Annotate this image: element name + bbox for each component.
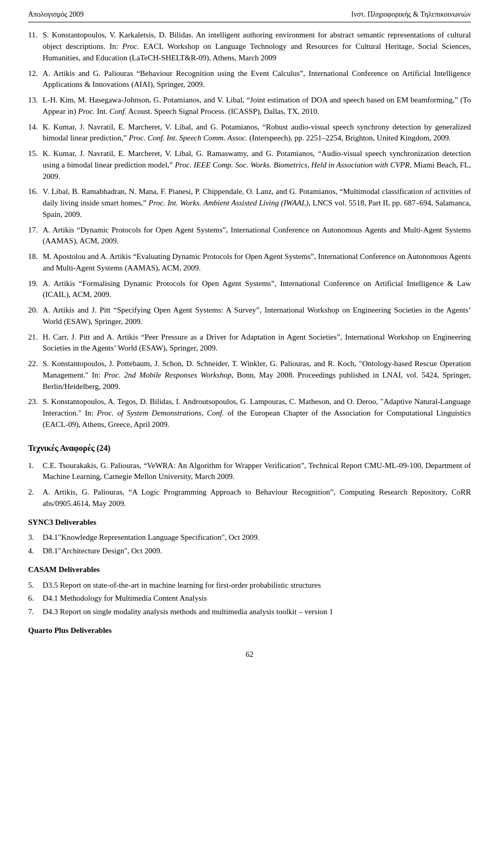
list-item: 17.A. Artikis “Dynamic Protocols for Ope…	[28, 225, 471, 248]
ref-num: 23.	[28, 396, 43, 430]
ref-num: 14.	[28, 122, 43, 145]
list-item: 4.D8.1"Architecture Design", Oct 2009.	[28, 546, 471, 557]
list-item: 19.A. Artikis “Formalising Dynamic Proto…	[28, 278, 471, 301]
ref-num: 22.	[28, 358, 43, 392]
list-item: 20.A. Artikis and J. Pitt “Specifying Op…	[28, 305, 471, 328]
header-left: Απολογισμός 2009	[28, 9, 84, 20]
ref-num: 13.	[28, 95, 43, 118]
tech-reports-list: 1.C.E. Tsourakakis, G. Paliouras, “VeWRA…	[28, 460, 471, 510]
del-num: 7.	[28, 606, 43, 618]
list-item: 2.A. Artikis, G. Paliouras, “A Logic Pro…	[28, 487, 471, 510]
ref-text: A. Artikis and G. Paliouras “Behaviour R…	[43, 68, 471, 91]
page-header: Απολογισμός 2009 Ινστ. Πληροφορικής & Τη…	[28, 9, 471, 22]
list-item: 22.S. Konstantopoulos, J. Pottebaum, J. …	[28, 358, 471, 392]
del-text: D4.3 Report on single modality analysis …	[43, 606, 333, 618]
ref-text: S. Konstantopoulos, V. Karkaletsis, D. B…	[43, 30, 471, 63]
ref-num: 16.	[28, 186, 43, 220]
ref-text: A. Artikis, G. Paliouras, “A Logic Progr…	[43, 487, 471, 510]
ref-num: 2.	[28, 487, 43, 510]
deliverables-list: 3.D4.1"Knowledge Representation Language…	[28, 532, 471, 557]
del-num: 4.	[28, 546, 43, 557]
deliverable-groups: SYNC3 Deliverables3.D4.1"Knowledge Repre…	[28, 517, 471, 637]
subsection-title: Quarto Plus Deliverables	[28, 625, 471, 637]
section-title: Τεχνικές Αναφορές (24)	[28, 442, 471, 454]
ref-text: A. Artikis and J. Pitt “Specifying Open …	[43, 305, 471, 328]
page-number: 62	[246, 650, 254, 658]
ref-text: S. Konstantopoulos, J. Pottebaum, J. Sch…	[43, 358, 471, 392]
ref-text: K. Kumar, J. Navratil, E. Marcheret, V. …	[43, 148, 471, 182]
list-item: 15.K. Kumar, J. Navratil, E. Marcheret, …	[28, 148, 471, 182]
page: Απολογισμός 2009 Ινστ. Πληροφορικής & Τη…	[0, 0, 499, 676]
del-text: D3.5 Report on state-of-the-art in machi…	[43, 580, 321, 591]
ref-num: 17.	[28, 225, 43, 248]
ref-num: 12.	[28, 68, 43, 91]
subsection-title: SYNC3 Deliverables	[28, 517, 471, 528]
list-item: 5.D3.5 Report on state-of-the-art in mac…	[28, 580, 471, 591]
ref-num: 18.	[28, 251, 43, 274]
list-item: 11.S. Konstantopoulos, V. Karkaletsis, D…	[28, 30, 471, 63]
ref-text: A. Artikis “Dynamic Protocols for Open A…	[43, 225, 471, 248]
del-text: D4.1 Methodology for Multimedia Content …	[43, 593, 207, 604]
ref-num: 19.	[28, 278, 43, 301]
ref-text: S. Konstantopoulos, A. Tegos, D. Bilidas…	[43, 396, 471, 430]
list-item: 23.S. Konstantopoulos, A. Tegos, D. Bili…	[28, 396, 471, 430]
ref-num: 20.	[28, 305, 43, 328]
del-text: D8.1"Architecture Design", Oct 2009.	[43, 546, 162, 557]
list-item: 18.M. Apostolou and A. Artikis “Evaluati…	[28, 251, 471, 274]
del-text: D4.1"Knowledge Representation Language S…	[43, 532, 259, 543]
list-item: 14.K. Kumar, J. Navratil, E. Marcheret, …	[28, 122, 471, 145]
list-item: 1.C.E. Tsourakakis, G. Paliouras, “VeWRA…	[28, 460, 471, 483]
page-footer: 62	[28, 649, 471, 660]
list-item: 12.A. Artikis and G. Paliouras “Behaviou…	[28, 68, 471, 91]
ref-num: 11.	[28, 30, 43, 63]
subsection-title: CASAM Deliverables	[28, 564, 471, 576]
ref-text: V. Libal, B. Ramabhadran, N. Mana, F. Pi…	[43, 186, 471, 220]
deliverables-list: 5.D3.5 Report on state-of-the-art in mac…	[28, 580, 471, 618]
ref-text: C.E. Tsourakakis, G. Paliouras, “VeWRA: …	[43, 460, 471, 483]
ref-num: 21.	[28, 332, 43, 355]
ref-text: M. Apostolou and A. Artikis “Evaluating …	[43, 251, 471, 274]
list-item: 7.D4.3 Report on single modality analysi…	[28, 606, 471, 618]
list-item: 21.H. Carr, J. Pitt and A. Artikis “Peer…	[28, 332, 471, 355]
del-num: 5.	[28, 580, 43, 591]
ref-text: A. Artikis “Formalising Dynamic Protocol…	[43, 278, 471, 301]
list-item: 13.L-H. Kim, M. Hasegawa-Johnson, G. Pot…	[28, 95, 471, 118]
del-num: 3.	[28, 532, 43, 543]
ref-text: L-H. Kim, M. Hasegawa-Johnson, G. Potami…	[43, 95, 471, 118]
list-item: 6.D4.1 Methodology for Multimedia Conten…	[28, 593, 471, 604]
ref-num: 15.	[28, 148, 43, 182]
list-item: 3.D4.1"Knowledge Representation Language…	[28, 532, 471, 543]
ref-num: 1.	[28, 460, 43, 483]
header-right: Ινστ. Πληροφορικής & Τηλεπικοινωνιών	[351, 9, 471, 20]
del-num: 6.	[28, 593, 43, 604]
ref-text: H. Carr, J. Pitt and A. Artikis “Peer Pr…	[43, 332, 471, 355]
ref-text: K. Kumar, J. Navratil, E. Marcheret, V. …	[43, 122, 471, 145]
list-item: 16.V. Libal, B. Ramabhadran, N. Mana, F.…	[28, 186, 471, 220]
references-list: 11.S. Konstantopoulos, V. Karkaletsis, D…	[28, 30, 471, 430]
